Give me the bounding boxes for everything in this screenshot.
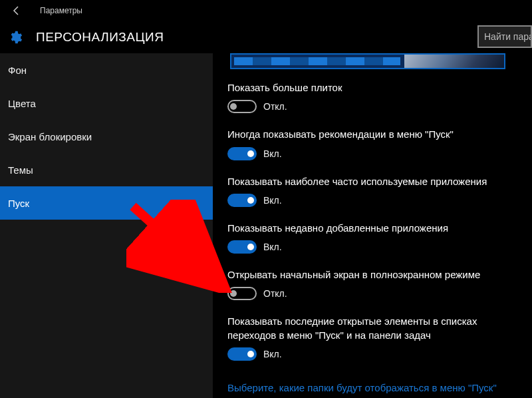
setting-3: Показывать недавно добавленные приложени… [227, 222, 528, 254]
sidebar-item-label: Темы [8, 164, 33, 176]
toggle-switch[interactable] [227, 287, 257, 300]
content-pane: Показать больше плитокОткл.Иногда показы… [213, 53, 532, 398]
toggle-state-label: Вкл. [263, 349, 282, 359]
toggle-switch[interactable] [227, 147, 257, 160]
page-title: ПЕРСОНАЛИЗАЦИЯ [36, 30, 164, 45]
setting-label: Показывать недавно добавленные приложени… [227, 222, 513, 235]
sidebar-item-1[interactable]: Цвета [0, 87, 213, 120]
toggle-state-label: Вкл. [263, 148, 282, 159]
start-preview [230, 53, 505, 69]
setting-label: Показывать последние открытые элементы в… [227, 315, 513, 342]
sidebar-item-2[interactable]: Экран блокировки [0, 120, 213, 153]
setting-label: Показывать наиболее часто используемые п… [227, 175, 513, 188]
sidebar-item-3[interactable]: Темы [0, 153, 213, 186]
gear-icon [8, 30, 23, 45]
sidebar-item-label: Экран блокировки [8, 131, 92, 142]
setting-1: Иногда показывать рекомендации в меню "П… [227, 128, 528, 160]
toggle-switch[interactable] [227, 347, 257, 361]
back-button[interactable] [7, 1, 27, 21]
choose-folders-link[interactable]: Выберите, какие папки будут отображаться… [227, 382, 497, 393]
setting-4: Открывать начальный экран в полноэкранно… [227, 268, 528, 300]
setting-label: Иногда показывать рекомендации в меню "П… [227, 128, 513, 141]
setting-0: Показать больше плитокОткл. [227, 81, 528, 113]
setting-5: Показывать последние открытые элементы в… [227, 315, 528, 361]
toggle-switch[interactable] [227, 194, 257, 207]
sidebar-item-label: Цвета [8, 98, 36, 109]
search-placeholder: Найти пара [484, 31, 532, 42]
toggle-state-label: Вкл. [263, 242, 282, 252]
window-title: Параметры [40, 6, 82, 15]
toggle-state-label: Откл. [263, 101, 287, 112]
sidebar-item-label: Пуск [8, 198, 29, 209]
sidebar-item-0[interactable]: Фон [0, 53, 213, 87]
sidebar-item-4[interactable]: Пуск [0, 186, 213, 220]
toggle-switch[interactable] [227, 240, 257, 254]
setting-label: Открывать начальный экран в полноэкранно… [227, 268, 513, 282]
sidebar-item-label: Фон [8, 65, 27, 76]
toggle-state-label: Вкл. [263, 195, 282, 206]
toggle-state-label: Откл. [263, 288, 287, 299]
sidebar: ФонЦветаЭкран блокировкиТемыПуск [0, 53, 213, 398]
toggle-switch[interactable] [227, 100, 257, 113]
search-input[interactable]: Найти пара [477, 25, 532, 48]
setting-label: Показать больше плиток [227, 81, 513, 95]
setting-2: Показывать наиболее часто используемые п… [227, 175, 528, 207]
